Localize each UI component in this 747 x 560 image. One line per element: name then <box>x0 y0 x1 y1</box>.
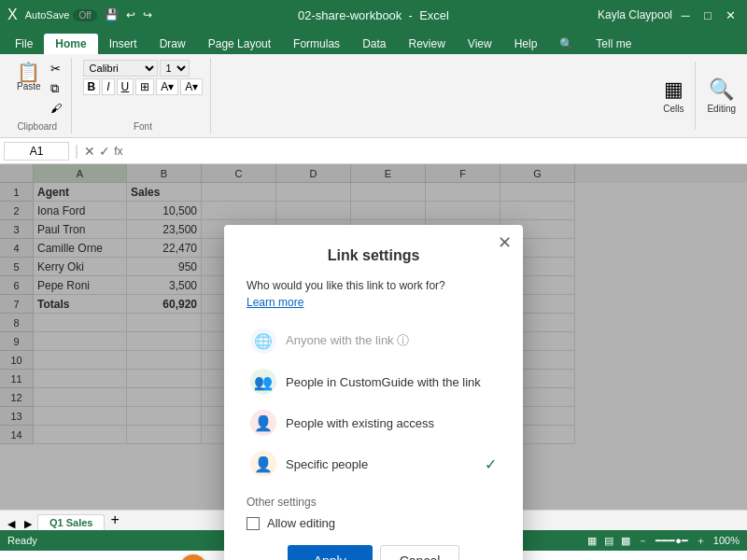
formula-separator: | <box>75 143 78 160</box>
allow-editing-label: Allow editing <box>267 516 335 530</box>
cancel-formula-icon[interactable]: ✕ <box>84 144 95 159</box>
cut-copy-area: ✂ ⧉ 🖌 <box>49 60 63 117</box>
modal-close-button[interactable]: ✕ <box>498 234 512 251</box>
underline-button[interactable]: U <box>117 78 134 95</box>
confirm-formula-icon[interactable]: ✓ <box>99 144 110 159</box>
ribbon-separator <box>695 62 696 130</box>
tab-review[interactable]: Review <box>397 34 456 54</box>
cells-group[interactable]: ▦ Cells <box>655 58 691 133</box>
border-button[interactable]: ⊞ <box>135 78 154 95</box>
zoom-slider[interactable]: ━━━●━ <box>655 535 688 547</box>
option-anyone[interactable]: 🌐 Anyone with the link ⓘ <box>247 320 500 361</box>
paste-icon: 📋 <box>17 63 40 81</box>
title-bar: X AutoSave Off 💾 ↩ ↪ 02-share-workbook -… <box>0 0 747 30</box>
clipboard-label: Clipboard <box>17 121 57 132</box>
globe-icon: 🌐 <box>250 328 276 354</box>
option-existing-access-label: People with existing access <box>286 416 497 430</box>
modal-title: Link settings <box>247 247 500 264</box>
font-label: Font <box>134 121 152 132</box>
scroll-right-icon[interactable]: ▶ <box>21 518 35 530</box>
font-size-select[interactable]: 14 <box>160 60 190 77</box>
option-specific-people-label: Specific people <box>286 457 475 471</box>
modal-buttons: Apply Cancel <box>247 545 500 560</box>
scroll-left-icon[interactable]: ◀ <box>4 518 19 530</box>
autosave-area: AutoSave Off <box>25 9 97 21</box>
redo-icon[interactable]: ↪ <box>143 8 152 21</box>
editing-group[interactable]: 🔍 Editing <box>699 58 743 133</box>
bold-button[interactable]: B <box>83 78 101 95</box>
title-bar-left: X AutoSave Off 💾 ↩ ↪ <box>7 7 152 23</box>
maximize-button[interactable]: □ <box>698 6 717 24</box>
autosave-toggle[interactable]: Off <box>73 9 96 21</box>
option-customguide[interactable]: 👥 People in CustomGuide with the link <box>247 361 500 402</box>
paste-label: Paste <box>17 81 41 91</box>
step-badge-5: 5 <box>180 554 206 560</box>
page-layout-view-icon[interactable]: ▤ <box>604 535 613 547</box>
undo-icon[interactable]: ↩ <box>126 8 135 21</box>
status-right: ▦ ▤ ▩ － ━━━●━ ＋ 100% <box>587 534 740 548</box>
fill-color-button[interactable]: A▾ <box>156 78 178 95</box>
formula-icons: ✕ ✓ fx <box>84 144 122 159</box>
ribbon: 📋 Paste ✂ ⧉ 🖌 Clipboard Calibri 14 <box>0 54 747 138</box>
existing-access-icon: 👤 <box>250 410 276 436</box>
selected-checkmark-icon: ✓ <box>485 455 497 473</box>
normal-view-icon[interactable]: ▦ <box>587 535 597 547</box>
italic-button[interactable]: I <box>102 78 114 95</box>
tab-draw[interactable]: Draw <box>148 34 197 54</box>
ribbon-tabs: File Home Insert Draw Page Layout Formul… <box>0 30 747 54</box>
other-settings-label: Other settings <box>247 496 500 509</box>
file-title: 02-share-workbook - Excel <box>298 8 449 22</box>
close-button[interactable]: ✕ <box>721 6 740 24</box>
sheet-tab-q1-sales[interactable]: Q1 Sales <box>37 514 105 530</box>
tab-search-icon[interactable]: 🔍 <box>548 34 585 54</box>
font-style-row: B I U ⊞ A▾ A▾ <box>83 78 204 95</box>
cancel-button[interactable]: Cancel <box>380 545 460 560</box>
zoom-minus-icon[interactable]: － <box>638 534 648 548</box>
editing-label: Editing <box>707 104 736 114</box>
status-ready: Ready <box>7 535 37 546</box>
format-painter-button[interactable]: 🖌 <box>49 100 63 117</box>
minimize-button[interactable]: ─ <box>676 6 695 24</box>
allow-editing-checkbox[interactable] <box>247 517 260 530</box>
cells-icon: ▦ <box>664 77 684 102</box>
ribbon-spacer <box>215 58 652 133</box>
tab-data[interactable]: Data <box>351 34 397 54</box>
font-color-button[interactable]: A▾ <box>180 78 203 95</box>
tab-help[interactable]: Help <box>503 34 549 54</box>
formula-bar: | ✕ ✓ fx <box>0 138 747 164</box>
autosave-label: AutoSave <box>25 9 70 21</box>
customguide-icon: 👥 <box>250 369 276 395</box>
add-sheet-button[interactable]: + <box>106 511 122 528</box>
zoom-plus-icon[interactable]: ＋ <box>696 534 706 548</box>
paste-button[interactable]: 📋 Paste <box>11 60 47 94</box>
tab-formulas[interactable]: Formulas <box>282 34 351 54</box>
learn-more-link[interactable]: Learn more <box>247 296 500 309</box>
font-content: Calibri 14 B I U ⊞ A▾ A▾ <box>83 60 204 121</box>
cell-reference-box[interactable] <box>4 142 69 161</box>
excel-logo-icon: X <box>7 7 18 23</box>
font-controls: Calibri 14 B I U ⊞ A▾ A▾ <box>83 60 204 95</box>
main-area: A B C D E F G 1 Agent Sales 2 <box>0 164 747 510</box>
tab-page-layout[interactable]: Page Layout <box>197 34 282 54</box>
tab-insert[interactable]: Insert <box>98 34 148 54</box>
option-existing-access[interactable]: 👤 People with existing access <box>247 402 500 443</box>
modal-overlay: ✕ Link settings Who would you like this … <box>0 164 747 510</box>
specific-people-icon: 👤 <box>250 451 276 477</box>
font-name-select[interactable]: Calibri <box>83 60 158 77</box>
cut-button[interactable]: ✂ <box>49 60 63 77</box>
tab-file[interactable]: File <box>4 34 44 54</box>
tab-view[interactable]: View <box>457 34 503 54</box>
insert-function-icon[interactable]: fx <box>114 145 122 158</box>
clipboard-content: 📋 Paste ✂ ⧉ 🖌 <box>11 60 63 121</box>
option-specific-people[interactable]: 👤 Specific people ✓ <box>247 443 500 484</box>
page-break-view-icon[interactable]: ▩ <box>621 535 630 547</box>
save-icon[interactable]: 💾 <box>105 8 119 21</box>
formula-input[interactable] <box>127 143 744 160</box>
copy-button[interactable]: ⧉ <box>49 79 63 98</box>
apply-button[interactable]: Apply <box>288 545 373 560</box>
font-name-row: Calibri 14 <box>83 60 204 77</box>
tab-home[interactable]: Home <box>44 34 97 54</box>
tab-tell-me[interactable]: Tell me <box>585 34 642 54</box>
option-customguide-label: People in CustomGuide with the link <box>286 375 497 389</box>
option-anyone-label: Anyone with the link ⓘ <box>286 332 497 349</box>
